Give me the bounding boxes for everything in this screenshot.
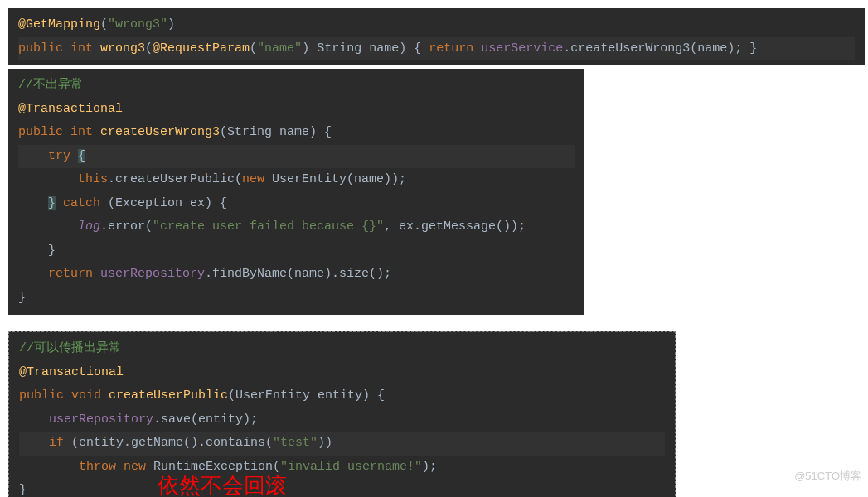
code-line: public void createUserPublic(UserEntity … [19, 384, 665, 408]
method-call: .createUserPublic( [108, 172, 242, 186]
code-line: } catch (Exception ex) { [18, 192, 575, 216]
paren: ) { [399, 41, 429, 55]
annotation-transactional: @Transactional [19, 365, 124, 379]
code-block-controller: @GetMapping("wrong3") public int wrong3(… [8, 8, 865, 65]
code-line: //可以传播出异常 [19, 337, 665, 361]
code-line: public int createUserWrong3(String name)… [18, 121, 575, 145]
method-call: .findByName(name).size(); [205, 267, 391, 281]
method-call: .save(entity); [153, 413, 258, 427]
code-line: } [18, 287, 575, 311]
method-call: .createUserWrong3(name); } [563, 41, 757, 55]
keyword-this: this [18, 172, 108, 186]
code-line-current: try { [18, 145, 575, 169]
keyword-public: public int [18, 41, 100, 55]
code-line-current: if (entity.getName().contains("test")) [19, 432, 665, 456]
code-line: } [18, 239, 575, 263]
keyword-catch: catch [56, 196, 108, 210]
method-def: createUserPublic [109, 388, 228, 403]
brace: } [19, 483, 27, 497]
field-repository: userRepository [100, 267, 205, 281]
field-userservice: userService [481, 41, 563, 55]
keyword-return: return [429, 41, 481, 55]
code-line: throw new RuntimeException("invalid user… [19, 456, 665, 480]
paren: ( [145, 41, 153, 55]
code: , ex.getMessage()); [384, 220, 526, 234]
param: String name [309, 41, 399, 55]
brace: } [18, 291, 26, 305]
code-line: //不出异常 [18, 74, 575, 98]
method-call: .error( [100, 220, 153, 234]
code-block-createuserwrong3: //不出异常 @Transactional public int createU… [8, 69, 584, 315]
brace [18, 196, 48, 210]
condition: (entity.getName().contains( [71, 436, 273, 450]
annotation-requestparam: @RequestParam [153, 41, 250, 55]
comment: //可以传播出异常 [19, 341, 121, 355]
keyword-return: return [18, 267, 100, 281]
string-literal: "invalid username!" [280, 460, 422, 474]
code-block-createuserpublic: //可以传播出异常 @Transactional public void cre… [8, 331, 676, 497]
comment: //不出异常 [18, 78, 83, 92]
annotation-getmapping: @GetMapping [18, 17, 100, 31]
code-line: @GetMapping("wrong3") [18, 13, 855, 37]
string-literal: "wrong3" [108, 17, 167, 31]
type: UserEntity [272, 172, 347, 186]
code-line: @Transactional [19, 361, 665, 385]
keyword-try: try [18, 149, 78, 163]
paren: ) [302, 41, 309, 55]
annotation-transactional: @Transactional [18, 102, 123, 116]
keyword-if: if [19, 436, 71, 450]
catch-params: (Exception ex) { [108, 196, 227, 210]
code: (name)); [347, 172, 406, 186]
code-line: userRepository.save(entity); [19, 408, 665, 432]
field-log: log [18, 220, 100, 234]
params: (String name) { [220, 125, 332, 139]
code-line-current: public int wrong3(@RequestParam("name") … [18, 37, 855, 61]
annotation-text-rollback: 依然不会回滚 [158, 466, 287, 497]
code-line: @Transactional [18, 98, 575, 122]
watermark: @51CTO博客 [794, 466, 861, 487]
brace: } [18, 244, 56, 258]
params: (UserEntity entity) { [228, 388, 385, 403]
method-name: wrong3 [100, 41, 145, 55]
paren: ) [167, 17, 175, 31]
string-literal: "test" [273, 436, 318, 450]
brace-matched: { [78, 149, 85, 163]
keyword: public void [19, 388, 109, 403]
code-line: log.error("create user failed because {}… [18, 215, 575, 239]
condition-end: )) [318, 436, 332, 450]
paren: ( [250, 41, 257, 55]
paren: ( [100, 17, 108, 31]
code-line: this.createUserPublic(new UserEntity(nam… [18, 168, 575, 192]
brace-matched: } [48, 196, 56, 210]
code-line: return userRepository.findByName(name).s… [18, 263, 575, 287]
keyword-throw: throw new [19, 460, 153, 474]
code-line: } [19, 479, 665, 497]
field-repository: userRepository [19, 413, 153, 427]
paren: ); [422, 460, 437, 474]
method-def: createUserWrong3 [100, 125, 220, 139]
string-literal: "create user failed because {}" [153, 220, 384, 234]
keyword-new: new [242, 172, 272, 186]
string-literal: "name" [257, 41, 302, 55]
keyword: public int [18, 125, 100, 139]
